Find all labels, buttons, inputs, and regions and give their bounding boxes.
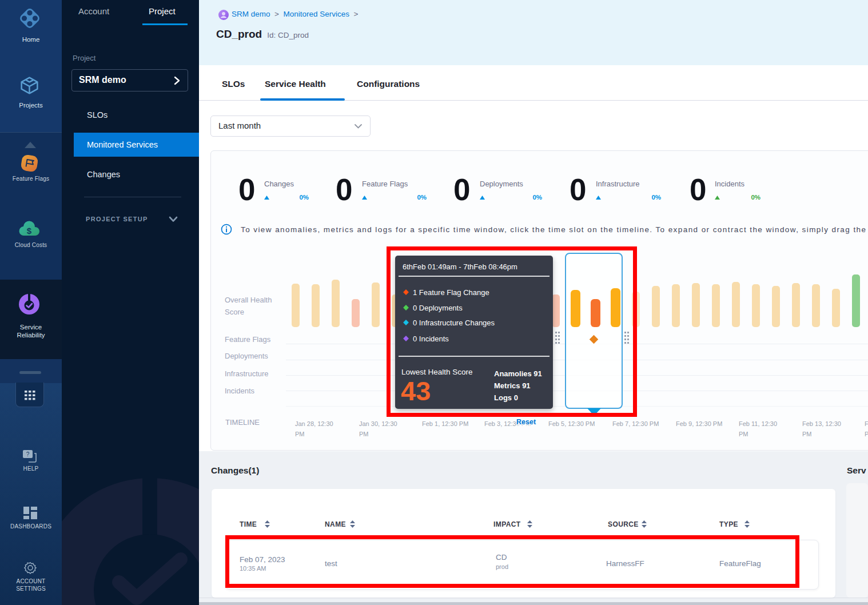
svg-text:$: $: [27, 226, 32, 236]
svg-text:?: ?: [26, 451, 30, 457]
